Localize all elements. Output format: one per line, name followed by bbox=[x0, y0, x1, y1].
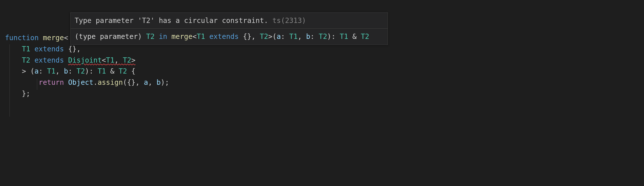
paren-close: ) bbox=[161, 78, 165, 87]
paren-close: ) bbox=[85, 67, 89, 75]
type-t1: T1 bbox=[98, 67, 106, 75]
error-t2[interactable]: T2 bbox=[123, 56, 131, 64]
comma: , bbox=[136, 78, 144, 87]
sig-merge: merge bbox=[172, 32, 192, 41]
colon: : bbox=[39, 67, 47, 75]
empty-braces: {} bbox=[243, 32, 251, 41]
empty-braces: {} bbox=[127, 78, 136, 87]
sig-t2: T2 bbox=[260, 32, 268, 41]
colon: : bbox=[281, 32, 289, 41]
method-assign: assign bbox=[98, 78, 123, 87]
type-t2: T2 bbox=[77, 67, 85, 75]
signature-prefix: (type parameter) bbox=[75, 32, 146, 41]
colon: : bbox=[89, 67, 98, 75]
type-t1: T1 bbox=[47, 67, 56, 75]
brace-close: }; bbox=[22, 90, 30, 98]
angle-open: < bbox=[64, 34, 68, 42]
error-angle-close[interactable]: > bbox=[131, 56, 136, 64]
code-line[interactable]: T2 extends Disjoint<T1, T2> bbox=[5, 55, 644, 66]
sig-t1: T1 bbox=[197, 32, 205, 41]
angle-close: > bbox=[22, 67, 30, 75]
sig-t2: T2 bbox=[361, 32, 369, 41]
paren-open: ( bbox=[30, 67, 34, 75]
error-angle[interactable]: < bbox=[102, 56, 106, 64]
error-message: Type parameter 'T2' has a circular const… bbox=[75, 16, 268, 25]
var-b: b bbox=[156, 78, 161, 87]
keyword-in: in bbox=[154, 32, 171, 41]
error-comma[interactable]: , bbox=[114, 56, 123, 64]
paren-open: ( bbox=[123, 78, 127, 87]
colon: : bbox=[68, 67, 77, 75]
error-code: ts(2313) bbox=[272, 16, 306, 25]
type-t1: T1 bbox=[22, 45, 30, 53]
paren-open: ( bbox=[272, 32, 276, 41]
error-section: Type parameter 'T2' has a circular const… bbox=[71, 13, 388, 28]
object-global: Object bbox=[68, 78, 93, 87]
empty-braces: {} bbox=[68, 45, 77, 53]
keyword-extends: extends bbox=[30, 56, 68, 64]
sig-t2: T2 bbox=[146, 32, 155, 41]
comma: , bbox=[298, 32, 306, 41]
param-b: b bbox=[64, 67, 68, 75]
function-name: merge bbox=[43, 34, 64, 42]
keyword-function: function bbox=[5, 34, 43, 42]
angle-close: > bbox=[268, 32, 272, 41]
paren-close: ) bbox=[327, 32, 332, 41]
var-a: a bbox=[144, 78, 148, 87]
sig-t1: T1 bbox=[289, 32, 298, 41]
colon: : bbox=[310, 32, 319, 41]
code-line[interactable]: return Object.assign({}, a, b); bbox=[5, 77, 644, 88]
brace-open: { bbox=[127, 67, 136, 75]
ampersand: & bbox=[106, 67, 119, 75]
sig-t2: T2 bbox=[319, 32, 327, 41]
angle-open: < bbox=[192, 32, 197, 41]
comma: , bbox=[77, 45, 81, 53]
param-a: a bbox=[276, 32, 281, 41]
type-t2: T2 bbox=[22, 56, 30, 64]
code-line[interactable]: }; bbox=[5, 88, 644, 99]
param-a: a bbox=[34, 67, 39, 75]
hover-tooltip[interactable]: Type parameter 'T2' has a circular const… bbox=[70, 12, 388, 45]
ampersand: & bbox=[348, 32, 361, 41]
error-disjoint[interactable]: Disjoint bbox=[68, 56, 102, 64]
semicolon: ; bbox=[165, 78, 169, 87]
comma: , bbox=[251, 32, 260, 41]
keyword-return: return bbox=[39, 78, 68, 87]
keyword-extends: extends bbox=[30, 45, 68, 53]
comma: , bbox=[56, 67, 64, 75]
comma: , bbox=[148, 78, 156, 87]
code-line[interactable]: T1 extends {}, bbox=[5, 44, 644, 55]
keyword-extends: extends bbox=[205, 32, 243, 41]
dot: . bbox=[93, 78, 98, 87]
param-b: b bbox=[306, 32, 310, 41]
code-line[interactable]: > (a: T1, b: T2): T1 & T2 { bbox=[5, 66, 644, 77]
type-t2: T2 bbox=[118, 67, 127, 75]
sig-t1: T1 bbox=[340, 32, 348, 41]
signature-section: (type parameter) T2 in merge<T1 extends … bbox=[71, 28, 388, 44]
error-t1[interactable]: T1 bbox=[106, 56, 114, 64]
colon: : bbox=[331, 32, 340, 41]
